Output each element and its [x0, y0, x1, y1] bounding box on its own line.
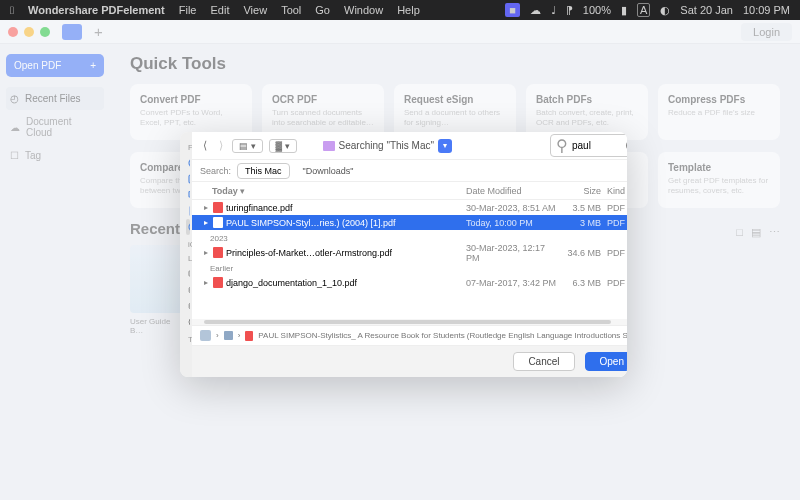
sidebar-item-document-cloud[interactable]: ☁ Document Cloud [6, 110, 104, 144]
disk-icon [188, 285, 190, 295]
sidebar-applications[interactable]: Applicati… [186, 171, 190, 187]
pdf-file-icon [213, 202, 223, 213]
file-row[interactable]: ▸PAUL SIMPSON-Styl…ries.) (2004) [1].pdf… [192, 215, 627, 230]
menu-go[interactable]: Go [315, 4, 330, 16]
scope-this-mac[interactable]: This Mac [237, 163, 290, 179]
search-input[interactable] [572, 140, 622, 151]
window-titlebar: + Login [0, 20, 800, 44]
app-icon [188, 174, 190, 184]
sidebar-tag-orange[interactable]: Orange [186, 363, 190, 377]
search-icon: ⚲ [556, 136, 568, 155]
cloud-icon[interactable]: ☁ [530, 4, 541, 17]
new-tab-button[interactable]: + [94, 23, 103, 40]
forward-button[interactable]: ⟩ [216, 139, 226, 152]
horizontal-scrollbar[interactable] [192, 319, 627, 325]
close-window-button[interactable] [8, 27, 18, 37]
menu-file[interactable]: File [179, 4, 197, 16]
col-size[interactable]: Size [561, 186, 601, 196]
card-compress-pdfs[interactable]: Compress PDFsReduce a PDF file's size [658, 84, 780, 140]
file-thumb[interactable]: User Guide B… [130, 245, 186, 335]
disclosure-icon: ▸ [202, 218, 210, 227]
location-indicator[interactable]: Searching "This Mac" ▾ [323, 139, 452, 153]
sidebar-desktop[interactable]: Desktop [186, 187, 190, 203]
group-dropdown[interactable]: ▓ ▾ [269, 139, 297, 153]
open-pdf-button[interactable]: Open PDF + [6, 54, 104, 77]
file-size: 6.3 MB [561, 278, 601, 288]
sidebar-item-recent-files[interactable]: ◴ Recent Files [6, 87, 104, 110]
sidebar-google-drive[interactable]: Google D… [186, 298, 190, 314]
group-heading: 2023 [192, 230, 627, 245]
cancel-button[interactable]: Cancel [513, 352, 574, 371]
open-button[interactable]: Open [585, 352, 627, 371]
sidebar-network[interactable]: Network [186, 314, 190, 330]
sidebar-item-label: Document Cloud [26, 116, 100, 138]
menu-help[interactable]: Help [397, 4, 420, 16]
login-button[interactable]: Login [741, 23, 792, 41]
sidebar-tag-red[interactable]: Red [186, 347, 190, 363]
minimize-window-button[interactable] [24, 27, 34, 37]
sidebar-downloads[interactable]: Downloads [186, 219, 190, 235]
folder-icon [323, 141, 335, 151]
list-view-icon[interactable]: ▤ [751, 226, 761, 239]
file-kind: PDF Doc [601, 248, 627, 258]
sidebar-item-label: Tag [25, 150, 41, 161]
location-dropdown-icon[interactable]: ▾ [438, 139, 452, 153]
grid-view-icon[interactable]: □ [736, 226, 743, 239]
tab-home-icon[interactable] [62, 24, 82, 40]
sidebar-recents[interactable]: Recents [186, 155, 190, 171]
sidebar-wondershare[interactable]: Wond…⏏ [186, 282, 190, 298]
list-view-dropdown[interactable]: ▤ ▾ [232, 139, 263, 153]
app-name[interactable]: Wondershare PDFelement [28, 4, 165, 16]
file-open-dialog: Favorites Recents Applicati… Desktop Doc… [180, 132, 627, 377]
svg-point-7 [189, 318, 190, 326]
scope-downloads[interactable]: "Downloads" [296, 164, 361, 178]
screen-record-icon[interactable]: ■ [505, 3, 520, 17]
file-size: 3.5 MB [561, 203, 601, 213]
sidebar-item-tag[interactable]: ☐ Tag [6, 144, 104, 167]
svg-rect-2 [189, 192, 190, 198]
menubar-time[interactable]: 10:09 PM [743, 4, 790, 16]
search-field[interactable]: ⚲ ✕ [550, 134, 627, 157]
location-text: Searching "This Mac" [339, 140, 434, 151]
search-scope-bar: Search: This Mac "Downloads" + [192, 160, 627, 182]
sidebar-documents[interactable]: Documents [186, 203, 190, 219]
apple-icon[interactable]:  [10, 4, 14, 16]
menu-edit[interactable]: Edit [211, 4, 230, 16]
more-icon[interactable]: ⋯ [769, 226, 780, 239]
col-name[interactable]: Today ▾ [202, 186, 466, 196]
chevron-right-icon: › [238, 331, 241, 340]
col-kind[interactable]: Kind [601, 186, 627, 196]
a-icon[interactable]: A [637, 3, 650, 17]
back-button[interactable]: ⟨ [200, 139, 210, 152]
file-kind: PDF Doc [601, 278, 627, 288]
menu-tool[interactable]: Tool [281, 4, 301, 16]
wifi-icon[interactable]: ⁋ [566, 4, 573, 17]
file-row[interactable]: ▸Principles-of-Market…otler-Armstrong.pd… [192, 245, 627, 260]
pdf-file-icon [213, 217, 223, 228]
tag-icon: ☐ [10, 150, 19, 161]
maximize-window-button[interactable] [40, 27, 50, 37]
path-text: PAUL SIMPSON-Stylistics_ A Resource Book… [258, 331, 627, 340]
path-file-icon [245, 331, 253, 341]
cloud-icon: ☁ [10, 122, 20, 133]
column-headers: Today ▾ Date Modified Size Kind [192, 182, 627, 200]
card-template[interactable]: TemplateGet great PDF templates for resu… [658, 152, 780, 208]
col-date-modified[interactable]: Date Modified [466, 186, 561, 196]
control-center-icon[interactable]: ◐ [660, 4, 670, 17]
svg-rect-6 [189, 304, 190, 309]
picker-main: ⟨ ⟩ ▤ ▾ ▓ ▾ Searching "This Mac" ▾ ⚲ ✕ S… [192, 132, 627, 377]
svg-rect-4 [189, 271, 190, 276]
file-size: 3 MB [561, 218, 601, 228]
path-bar[interactable]: › › PAUL SIMPSON-Stylistics_ A Resource … [192, 325, 627, 345]
headphones-icon[interactable]: ♩ [551, 4, 556, 17]
menubar-date[interactable]: Sat 20 Jan [680, 4, 733, 16]
file-row[interactable]: ▸turingfinance.pdf30-Mar-2023, 8:51 AM3.… [192, 200, 627, 215]
pdf-file-icon [213, 247, 223, 258]
svg-point-0 [189, 159, 190, 167]
clear-search-button[interactable]: ✕ [626, 140, 627, 151]
file-list: ▸turingfinance.pdf30-Mar-2023, 8:51 AM3.… [192, 200, 627, 319]
menu-view[interactable]: View [243, 4, 267, 16]
menu-window[interactable]: Window [344, 4, 383, 16]
sidebar-asad[interactable]: Asad [186, 266, 190, 282]
file-row[interactable]: ▸django_documentation_1_10.pdf07-Mar-201… [192, 275, 627, 290]
